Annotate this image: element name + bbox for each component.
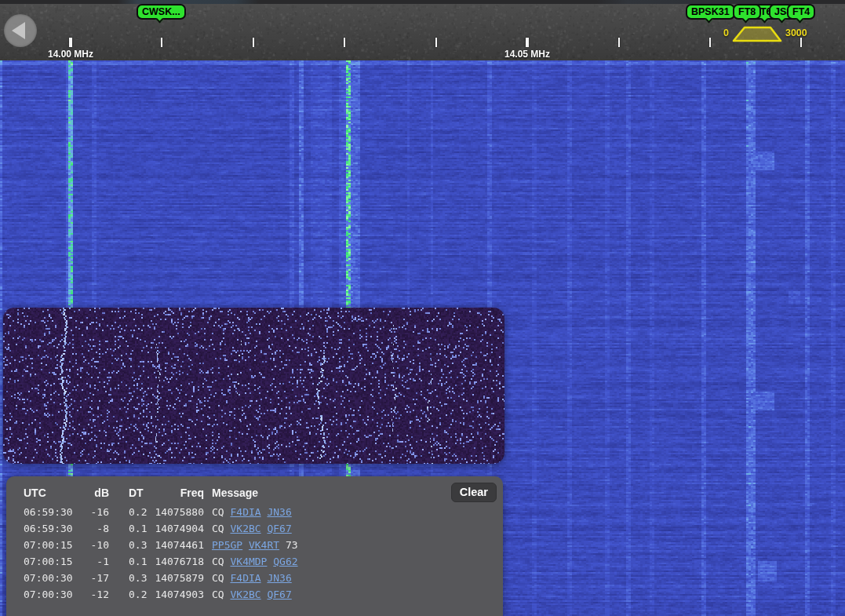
- passband-filter-widget[interactable]: 0 3000: [723, 24, 807, 43]
- decode-row: 07:00:15-10.114076718CQ VK4MDP QG62: [6, 553, 503, 570]
- callsign-link[interactable]: QG62: [273, 556, 297, 567]
- message-text: 73: [286, 539, 298, 551]
- message-text: CQ: [212, 572, 224, 584]
- decode-row: 06:59:30-80.114074904CQ VK2BC QF67: [6, 520, 503, 537]
- cell-dt: 0.1: [109, 520, 149, 537]
- callsign-link[interactable]: PP5GP: [212, 539, 242, 551]
- band-marker-cwsk[interactable]: CWSK...: [137, 4, 186, 20]
- cell-utc: 06:59:30: [24, 520, 83, 537]
- frequency-tick: [709, 38, 711, 47]
- callsign-link[interactable]: F4DIA: [230, 506, 260, 518]
- callsign-link[interactable]: QF67: [267, 589, 291, 600]
- frequency-tick: [161, 38, 162, 47]
- frequency-tick: [526, 38, 529, 47]
- callsign-link[interactable]: VK4RT: [249, 539, 279, 551]
- frequency-tick: [618, 38, 620, 47]
- cell-freq: 14074461: [149, 537, 204, 553]
- cell-utc: 07:00:15: [24, 553, 83, 570]
- frequency-scale-bar[interactable]: 14.00 MHz14.05 MHz CWSK...BPSK31JT65JS8F…: [0, 4, 845, 60]
- frequency-tick: [435, 38, 437, 47]
- cell-message: CQ F4DIA JN36: [204, 570, 292, 586]
- clear-button[interactable]: Clear: [451, 483, 497, 502]
- cell-dt: 0.3: [109, 537, 149, 553]
- filter-passband-icon: [730, 24, 784, 43]
- cell-dt: 0.3: [109, 570, 149, 586]
- cell-db: -16: [83, 504, 109, 520]
- message-text: CQ: [212, 589, 224, 600]
- cell-freq: 14075879: [149, 570, 204, 586]
- cell-dt: 0.2: [109, 504, 149, 520]
- callsign-link[interactable]: F4DIA: [230, 572, 260, 584]
- callsign-link[interactable]: VK2BC: [230, 523, 260, 534]
- cell-db: -8: [83, 520, 109, 537]
- message-text: CQ: [212, 523, 224, 534]
- cell-dt: 0.2: [109, 586, 149, 603]
- col-header-db: dB: [83, 487, 109, 499]
- sdr-app-screen: 14.00 MHz14.05 MHz CWSK...BPSK31JT65JS8F…: [0, 0, 845, 616]
- callsign-link[interactable]: JN36: [267, 572, 291, 584]
- cell-message: CQ VK2BC QF67: [204, 520, 292, 537]
- cell-db: -12: [83, 586, 109, 603]
- cell-message: CQ VK2BC QF67: [204, 586, 292, 603]
- cell-message: CQ F4DIA JN36: [204, 504, 292, 520]
- decode-spectrogram: [3, 308, 504, 464]
- cell-message: PP5GP VK4RT 73: [204, 537, 298, 553]
- band-marker-ft4[interactable]: FT4: [787, 4, 815, 20]
- message-text: CQ: [212, 556, 224, 567]
- col-header-message: Message: [204, 487, 258, 499]
- band-marker-bpsk31[interactable]: BPSK31: [686, 4, 735, 20]
- callsign-link[interactable]: VK4MDP: [230, 556, 267, 567]
- back-button[interactable]: [4, 14, 37, 47]
- filter-high-label: 3000: [785, 27, 807, 38]
- cell-db: -1: [83, 553, 109, 570]
- decode-row: 07:00:30-120.214074903CQ VK2BC QF67: [6, 586, 503, 603]
- decode-table-header: UTC dB DT Freq Message: [6, 476, 503, 504]
- band-marker-ft8[interactable]: FT8: [733, 4, 761, 20]
- callsign-link[interactable]: VK2BC: [230, 589, 260, 600]
- cell-utc: 07:00:15: [24, 537, 83, 553]
- cell-utc: 07:00:30: [24, 570, 83, 586]
- cell-dt: 0.1: [109, 553, 149, 570]
- frequency-tick: [69, 38, 72, 47]
- cell-freq: 14074904: [149, 520, 204, 537]
- col-header-utc: UTC: [24, 487, 83, 499]
- cell-utc: 07:00:30: [24, 586, 83, 603]
- decode-table-panel: Clear UTC dB DT Freq Message 06:59:30-16…: [6, 476, 503, 616]
- col-header-dt: DT: [109, 487, 149, 499]
- back-arrow-icon: [12, 22, 25, 39]
- decode-row: 07:00:30-170.314075879CQ F4DIA JN36: [6, 570, 503, 586]
- callsign-link[interactable]: QF67: [267, 523, 291, 534]
- cell-freq: 14074903: [149, 586, 204, 603]
- cell-message: CQ VK4MDP QG62: [204, 553, 298, 570]
- status-strip: [0, 0, 845, 4]
- col-header-freq: Freq: [149, 487, 204, 499]
- decode-row: 07:00:15-100.314074461PP5GP VK4RT 73: [6, 537, 503, 553]
- cell-freq: 14076718: [149, 553, 204, 570]
- frequency-tick: [344, 38, 345, 47]
- frequency-scale-label: 14.05 MHz: [504, 49, 550, 60]
- callsign-link[interactable]: JN36: [267, 506, 291, 518]
- cell-db: -10: [83, 537, 109, 553]
- cell-freq: 14075880: [149, 504, 204, 520]
- decode-row: 06:59:30-160.214075880CQ F4DIA JN36: [6, 504, 503, 520]
- filter-low-label: 0: [723, 27, 729, 38]
- frequency-tick: [253, 38, 254, 47]
- decode-table-body: 06:59:30-160.214075880CQ F4DIA JN3606:59…: [6, 504, 503, 603]
- cell-db: -17: [83, 570, 109, 586]
- cell-utc: 06:59:30: [24, 504, 83, 520]
- message-text: CQ: [212, 506, 224, 518]
- frequency-scale-label: 14.00 MHz: [48, 49, 93, 60]
